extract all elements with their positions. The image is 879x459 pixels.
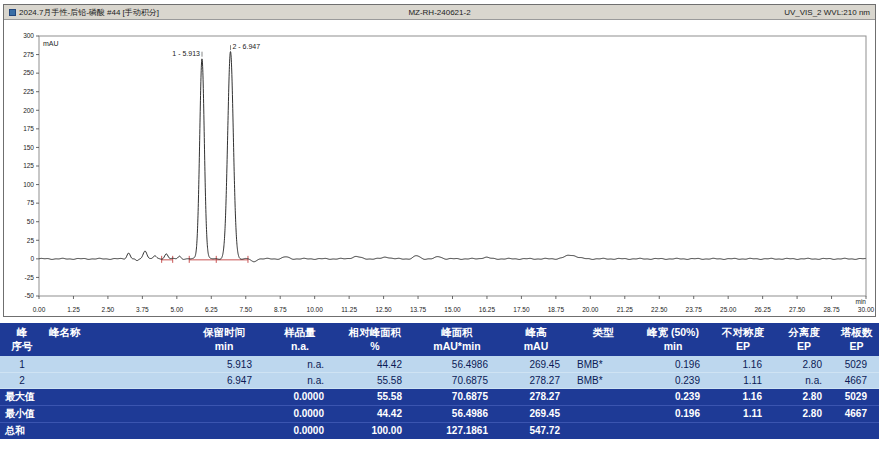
summary-cell: 100.00 bbox=[336, 422, 414, 439]
col-header-2: 保留时间min bbox=[184, 323, 264, 356]
x-axis-label: min bbox=[856, 298, 867, 305]
summary-cell bbox=[572, 405, 634, 422]
svg-text:12.50: 12.50 bbox=[375, 306, 392, 313]
summary-label: 最大值 bbox=[0, 388, 264, 405]
svg-text:15.00: 15.00 bbox=[444, 306, 461, 313]
summary-cell: 278.27 bbox=[500, 388, 572, 405]
summary-cell: 547.72 bbox=[500, 422, 572, 439]
summary-cell: 55.58 bbox=[336, 388, 414, 405]
col-header-5: 峰面积mAU*min bbox=[414, 323, 500, 356]
detector-channel: UV_VIS_2 WVL:210 nm bbox=[784, 8, 870, 17]
svg-text:18.75: 18.75 bbox=[548, 306, 565, 313]
svg-text:17.50: 17.50 bbox=[513, 306, 530, 313]
svg-text:21.25: 21.25 bbox=[617, 306, 634, 313]
summary-row: 最大值0.000055.5870.6875278.270.2391.162.80… bbox=[0, 388, 879, 405]
svg-text:150: 150 bbox=[23, 144, 34, 151]
y-axis: 3002752502252001751501251007550250-25-50 bbox=[23, 32, 39, 299]
svg-text:175: 175 bbox=[23, 125, 34, 132]
svg-text:300: 300 bbox=[23, 32, 34, 39]
svg-text:125: 125 bbox=[23, 162, 34, 169]
peak-cell: BMB* bbox=[572, 356, 634, 372]
svg-text:275: 275 bbox=[23, 51, 34, 58]
svg-text:1.25: 1.25 bbox=[67, 306, 80, 313]
col-header-8: 峰宽 (50%)min bbox=[634, 323, 712, 356]
peak-cell: 278.27 bbox=[500, 372, 572, 388]
svg-text:6.25: 6.25 bbox=[205, 306, 218, 313]
svg-text:22.50: 22.50 bbox=[651, 306, 668, 313]
plot-frame bbox=[39, 36, 866, 296]
chromatogram-plot[interactable]: 3002752502252001751501251007550250-25-50… bbox=[4, 20, 875, 316]
injection-title: 2024.7月手性-后铅-磷酸 #44 [手动积分] bbox=[19, 7, 159, 18]
peak-cell: 0.196 bbox=[634, 356, 712, 372]
svg-text:250: 250 bbox=[23, 69, 34, 76]
svg-text:23.75: 23.75 bbox=[686, 306, 703, 313]
summary-label: 总和 bbox=[0, 422, 264, 439]
summary-cell: 4667 bbox=[834, 405, 879, 422]
summary-cell bbox=[572, 388, 634, 405]
peak-cell: 1 bbox=[0, 356, 44, 372]
injection-icon bbox=[9, 9, 16, 16]
peak-cell: 269.45 bbox=[500, 356, 572, 372]
peak-cell: 1.16 bbox=[712, 356, 774, 372]
peak-label-1: 1 - 5.913 bbox=[172, 50, 200, 57]
svg-text:10.00: 10.00 bbox=[307, 306, 324, 313]
peak-cell: 5.913 bbox=[184, 356, 264, 372]
summary-cell: 127.1861 bbox=[414, 422, 500, 439]
svg-text:-25: -25 bbox=[25, 274, 35, 281]
summary-cell bbox=[572, 422, 634, 439]
peak-label-2: 2 - 6.947 bbox=[233, 43, 261, 50]
peak-cell: n.a. bbox=[264, 372, 336, 388]
svg-text:13.75: 13.75 bbox=[410, 306, 427, 313]
svg-text:200: 200 bbox=[23, 107, 34, 114]
peak-cell: 5029 bbox=[834, 356, 879, 372]
col-header-3: 样品量n.a. bbox=[264, 323, 336, 356]
summary-cell: 5029 bbox=[834, 388, 879, 405]
y-axis-label: mAU bbox=[43, 40, 59, 47]
table-header-row: 峰序号峰名称保留时间min样品量n.a.相对峰面积%峰面积mAU*min峰高mA… bbox=[0, 323, 879, 356]
svg-text:5.00: 5.00 bbox=[171, 306, 184, 313]
peak-cell: 2 bbox=[0, 372, 44, 388]
summary-cell: 1.11 bbox=[712, 405, 774, 422]
summary-cell: 1.16 bbox=[712, 388, 774, 405]
svg-text:100: 100 bbox=[23, 181, 34, 188]
svg-text:25: 25 bbox=[27, 237, 35, 244]
col-header-10: 分离度EP bbox=[774, 323, 834, 356]
peak-cell: 4667 bbox=[834, 372, 879, 388]
summary-cell: 70.6875 bbox=[414, 388, 500, 405]
summary-row: 最小值0.000044.4256.4986269.450.1961.112.80… bbox=[0, 405, 879, 422]
svg-text:16.25: 16.25 bbox=[479, 306, 496, 313]
svg-text:27.50: 27.50 bbox=[789, 306, 806, 313]
summary-label: 最小值 bbox=[0, 405, 264, 422]
summary-cell: 269.45 bbox=[500, 405, 572, 422]
col-header-11: 塔板数EP bbox=[834, 323, 879, 356]
col-header-0: 峰序号 bbox=[0, 323, 44, 356]
svg-text:0.00: 0.00 bbox=[33, 306, 46, 313]
summary-cell: 0.0000 bbox=[264, 422, 336, 439]
svg-text:75: 75 bbox=[27, 199, 35, 206]
peak-cell: 56.4986 bbox=[414, 356, 500, 372]
peak-row-1[interactable]: 15.913n.a.44.4256.4986269.45BMB*0.1961.1… bbox=[0, 356, 879, 372]
summary-cell: 2.80 bbox=[774, 388, 834, 405]
summary-cell: 2.80 bbox=[774, 405, 834, 422]
peak-row-2[interactable]: 26.947n.a.55.5870.6875278.27BMB*0.2391.1… bbox=[0, 372, 879, 388]
injection-title-group: 2024.7月手性-后铅-磷酸 #44 [手动积分] bbox=[9, 7, 159, 18]
peak-cell: 0.239 bbox=[634, 372, 712, 388]
summary-cell bbox=[634, 422, 712, 439]
summary-cell: 0.0000 bbox=[264, 388, 336, 405]
chromatography-report: { "header": { "left_title": "2024.7月手性-后… bbox=[0, 0, 879, 459]
summary-cell: 0.0000 bbox=[264, 405, 336, 422]
col-header-9: 不对称度EP bbox=[712, 323, 774, 356]
peak-cell: 70.6875 bbox=[414, 372, 500, 388]
svg-text:225: 225 bbox=[23, 88, 34, 95]
peak-cell: 1.11 bbox=[712, 372, 774, 388]
chromatogram-header-bar: 2024.7月手性-后铅-磷酸 #44 [手动积分] MZ-RH-240621-… bbox=[4, 5, 875, 20]
peak-cell: n.a. bbox=[264, 356, 336, 372]
chromatogram-panel: 2024.7月手性-后铅-磷酸 #44 [手动积分] MZ-RH-240621-… bbox=[3, 4, 876, 317]
peak-cell: 55.58 bbox=[336, 372, 414, 388]
svg-text:7.50: 7.50 bbox=[239, 306, 252, 313]
summary-cell: 56.4986 bbox=[414, 405, 500, 422]
svg-text:28.75: 28.75 bbox=[823, 306, 840, 313]
svg-text:0: 0 bbox=[30, 255, 34, 262]
summary-row: 总和0.0000100.00127.1861547.72 bbox=[0, 422, 879, 439]
peak-cell: 2.80 bbox=[774, 356, 834, 372]
